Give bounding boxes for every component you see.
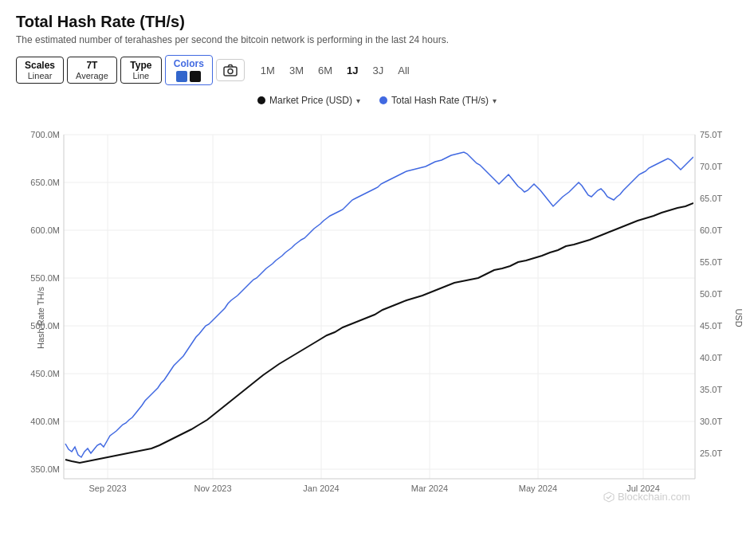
svg-rect-0	[224, 67, 237, 76]
svg-text:60.0T: 60.0T	[700, 225, 722, 235]
color-swatch-1	[176, 71, 187, 82]
svg-text:600.0M: 600.0M	[30, 225, 60, 235]
svg-text:65.0T: 65.0T	[700, 194, 722, 203]
chart-area: Hash Rate TH/s USD 700.0M 650.0M 600.0M …	[16, 111, 738, 525]
type-label: Type	[130, 60, 151, 71]
svg-text:55.0T: 55.0T	[700, 257, 722, 267]
svg-text:550.0M: 550.0M	[30, 273, 60, 283]
svg-text:50.0T: 50.0T	[700, 289, 722, 299]
svg-text:40.0T: 40.0T	[700, 353, 722, 362]
scales-value: Linear	[28, 71, 53, 80]
average-label: 7T	[86, 60, 97, 71]
time-btn-1j[interactable]: 1J	[340, 61, 364, 80]
svg-text:Nov 2023: Nov 2023	[194, 484, 231, 493]
y-axis-left-label: Hash Rate TH/s	[36, 287, 45, 349]
colors-label: Colors	[174, 58, 204, 69]
svg-point-1	[228, 69, 233, 74]
svg-text:400.0M: 400.0M	[30, 417, 60, 426]
time-btn-6m[interactable]: 6M	[312, 61, 339, 80]
chart-legend: Market Price (USD) ▾ Total Hash Rate (TH…	[16, 95, 738, 106]
page-title: Total Hash Rate (TH/s)	[16, 13, 738, 31]
svg-text:45.0T: 45.0T	[700, 321, 722, 331]
time-btn-1m[interactable]: 1M	[254, 61, 281, 80]
svg-text:70.0T: 70.0T	[700, 162, 722, 171]
svg-text:25.0T: 25.0T	[700, 448, 722, 458]
market-price-chevron: ▾	[356, 96, 360, 105]
svg-text:Mar 2024: Mar 2024	[411, 484, 448, 493]
svg-text:30.0T: 30.0T	[700, 417, 722, 426]
scales-label: Scales	[25, 60, 55, 71]
camera-icon	[223, 64, 238, 76]
type-button[interactable]: Type Line	[120, 57, 162, 84]
hash-rate-legend-label: Total Hash Rate (TH/s)	[391, 95, 489, 106]
camera-button[interactable]	[216, 59, 245, 81]
hash-rate-chevron: ▾	[493, 96, 497, 105]
svg-text:450.0M: 450.0M	[30, 369, 60, 378]
watermark-icon	[603, 491, 615, 503]
colors-button[interactable]: Colors	[165, 55, 213, 85]
page-subtitle: The estimated number of terahashes per s…	[16, 34, 738, 45]
svg-text:650.0M: 650.0M	[30, 178, 60, 187]
time-btn-all[interactable]: All	[391, 61, 415, 80]
time-period-buttons: 1M 3M 6M 1J 3J All	[254, 61, 416, 80]
hash-rate-dot	[379, 96, 387, 104]
color-swatch-2	[190, 71, 201, 82]
market-price-legend-label: Market Price (USD)	[269, 95, 352, 106]
legend-hash-rate: Total Hash Rate (TH/s) ▾	[379, 95, 497, 106]
average-value: Average	[76, 71, 108, 80]
legend-market-price: Market Price (USD) ▾	[257, 95, 360, 106]
market-price-dot	[257, 96, 265, 104]
svg-text:350.0M: 350.0M	[30, 464, 60, 474]
watermark-text: Blockchain.com	[618, 491, 690, 503]
time-btn-3m[interactable]: 3M	[283, 61, 310, 80]
type-value: Line	[132, 71, 149, 80]
svg-text:Jan 2024: Jan 2024	[303, 484, 339, 493]
svg-text:75.0T: 75.0T	[700, 130, 722, 139]
chart-svg: 700.0M 650.0M 600.0M 550.0M 500.0M 450.0…	[16, 111, 738, 525]
average-button[interactable]: 7T Average	[67, 57, 117, 84]
watermark: Blockchain.com	[603, 491, 690, 503]
toolbar: Scales Linear 7T Average Type Line Color…	[16, 55, 738, 85]
y-axis-right-label: USD	[733, 308, 743, 327]
time-btn-3j[interactable]: 3J	[367, 61, 391, 80]
svg-text:35.0T: 35.0T	[700, 385, 722, 394]
svg-rect-2	[64, 127, 693, 477]
svg-text:Sep 2023: Sep 2023	[88, 484, 126, 493]
scales-button[interactable]: Scales Linear	[16, 57, 64, 84]
color-swatches	[176, 71, 201, 82]
svg-text:700.0M: 700.0M	[30, 130, 60, 139]
svg-text:May 2024: May 2024	[519, 484, 557, 493]
